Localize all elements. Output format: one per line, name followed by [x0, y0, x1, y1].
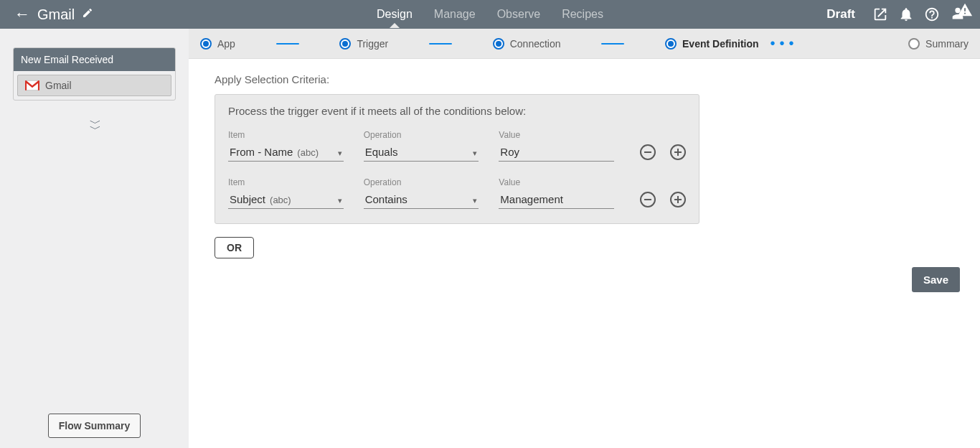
- chevron-down-icon: ▾: [473, 149, 477, 158]
- criteria-box: Process the trigger event if it meets al…: [215, 94, 699, 224]
- field-label-value: Value: [499, 177, 614, 187]
- step-connection[interactable]: Connection: [493, 38, 561, 50]
- or-button[interactable]: OR: [215, 237, 254, 258]
- tab-manage[interactable]: Manage: [434, 1, 476, 27]
- content-area: Apply Selection Criteria: Process the tr…: [189, 59, 980, 273]
- trigger-card-app[interactable]: Gmail: [17, 75, 171, 96]
- chevron-down-icon: ▾: [473, 196, 477, 205]
- warning-icon: [957, 2, 973, 20]
- save-button[interactable]: Save: [912, 267, 960, 292]
- chevron-down-icon: ▾: [338, 196, 342, 205]
- trigger-card[interactable]: New Email Received Gmail: [13, 47, 176, 101]
- step-connection-label: Connection: [510, 38, 561, 50]
- step-app[interactable]: App: [200, 38, 235, 50]
- value-input[interactable]: [499, 190, 614, 209]
- step-event-definition[interactable]: Event Definition: [665, 38, 759, 50]
- field-label-operation: Operation: [364, 177, 479, 187]
- page-title: Gmail: [37, 6, 75, 23]
- bell-icon[interactable]: [898, 6, 914, 22]
- expand-chevrons-icon[interactable]: ﹀ ﹀: [0, 121, 189, 132]
- sidebar: New Email Received Gmail ﹀ ﹀ Flow Summar…: [0, 29, 189, 448]
- tab-design[interactable]: Design: [377, 1, 413, 27]
- app-header: ← Gmail Design Manage Observe Recipes Dr…: [0, 0, 980, 29]
- condition-row: Item Subject (abc) ▾ Operation Contains …: [228, 177, 686, 209]
- step-trigger-label: Trigger: [357, 38, 388, 50]
- user-icon[interactable]: [950, 6, 966, 22]
- field-label-value: Value: [499, 130, 614, 140]
- stepper: App Trigger Connection Event Definition …: [189, 29, 980, 59]
- radio-filled-icon: [665, 38, 677, 50]
- open-external-icon[interactable]: [872, 6, 888, 22]
- field-label-operation: Operation: [364, 130, 479, 140]
- operation-select[interactable]: Equals ▾: [364, 143, 479, 162]
- operation-value: Equals: [365, 146, 398, 158]
- step-eventdef-label: Event Definition: [682, 38, 759, 50]
- tab-recipes[interactable]: Recipes: [562, 1, 603, 27]
- item-type: (abc): [270, 195, 291, 205]
- item-select[interactable]: Subject (abc) ▾: [228, 190, 344, 209]
- field-label-item: Item: [228, 130, 344, 140]
- step-app-label: App: [217, 38, 235, 50]
- item-value: From - Name: [230, 146, 293, 158]
- step-summary-label: Summary: [925, 38, 969, 50]
- step-connector: [276, 43, 299, 45]
- value-input[interactable]: [499, 143, 614, 162]
- item-type: (abc): [297, 147, 319, 158]
- step-summary[interactable]: Summary: [908, 38, 969, 50]
- status-badge: Draft: [826, 7, 855, 22]
- back-arrow-icon[interactable]: ←: [14, 6, 30, 22]
- trigger-card-header: New Email Received: [14, 48, 175, 71]
- radio-filled-icon: [493, 38, 504, 50]
- remove-condition-button[interactable]: [640, 144, 656, 160]
- condition-row: Item From - Name (abc) ▾ Operation Equal…: [228, 130, 686, 162]
- section-label: Apply Selection Criteria:: [215, 73, 954, 85]
- item-value: Subject: [230, 193, 265, 205]
- trigger-app-label: Gmail: [45, 80, 72, 91]
- step-trigger[interactable]: Trigger: [339, 38, 388, 50]
- criteria-description: Process the trigger event if it meets al…: [228, 105, 686, 117]
- add-condition-button[interactable]: [670, 144, 686, 160]
- remove-condition-button[interactable]: [640, 192, 656, 207]
- radio-filled-icon: [200, 38, 212, 50]
- flow-summary-button[interactable]: Flow Summary: [48, 414, 141, 438]
- chevron-down-icon: ▾: [338, 149, 342, 158]
- operation-select[interactable]: Contains ▾: [364, 190, 479, 209]
- operation-value: Contains: [365, 193, 407, 205]
- item-select[interactable]: From - Name (abc) ▾: [228, 143, 344, 162]
- edit-title-icon[interactable]: [82, 7, 93, 22]
- help-icon[interactable]: [924, 6, 940, 22]
- add-condition-button[interactable]: [670, 192, 686, 207]
- main-panel: App Trigger Connection Event Definition …: [189, 29, 980, 448]
- step-connector: [601, 43, 624, 45]
- radio-filled-icon: [339, 38, 351, 50]
- radio-empty-icon: [908, 38, 920, 50]
- tab-observe[interactable]: Observe: [497, 1, 540, 27]
- field-label-item: Item: [228, 177, 344, 187]
- gmail-icon: [25, 80, 39, 91]
- step-connector: [429, 43, 452, 45]
- step-ellipsis-icon: •••: [765, 35, 804, 52]
